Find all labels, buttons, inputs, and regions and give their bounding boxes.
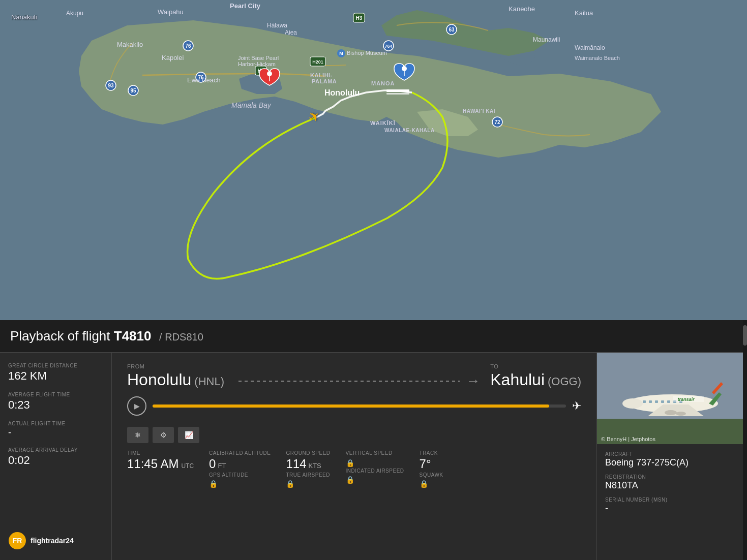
title-prefix: Playback of flight <box>10 328 114 344</box>
svg-point-71 <box>665 410 677 415</box>
track-col: TRACK 7° SQUAWK 🔒 <box>420 450 443 488</box>
track-label: TRACK <box>420 450 443 456</box>
gs-lock-icon: 🔒 <box>286 480 330 488</box>
from-info: FROM Honolulu (HNL) <box>127 363 224 389</box>
serial-number-label: SERIAL NUMBER (MSN) <box>605 497 739 503</box>
progress-bar[interactable] <box>153 405 566 408</box>
svg-rect-64 <box>655 400 658 403</box>
photo-credit: © BennyH | Jetphotos <box>601 436 655 442</box>
svg-text:Kaneohe: Kaneohe <box>509 5 535 13</box>
svg-rect-65 <box>661 400 664 403</box>
aircraft-type-field: AIRCRAFT Boeing 737-275C(A) <box>605 451 739 468</box>
play-button[interactable]: ▶ <box>127 396 146 416</box>
svg-text:Waimanalo Beach: Waimanalo Beach <box>575 55 620 61</box>
svg-point-72 <box>676 412 686 416</box>
squawk-lock-icon: 🔒 <box>420 480 443 488</box>
to-label: TO <box>490 363 581 369</box>
svg-point-49 <box>402 66 407 71</box>
svg-text:63: 63 <box>449 27 455 33</box>
svg-text:72: 72 <box>494 119 500 125</box>
gs-unit: KTS <box>309 462 321 470</box>
svg-text:HAWAIʻI KAI: HAWAIʻI KAI <box>463 108 495 114</box>
calibrated-altitude-col: CALIBRATED ALTITUDE 0 FT GPS ALTITUDE 🔒 <box>209 450 271 488</box>
svg-rect-51 <box>386 93 409 95</box>
svg-text:Harbor-Hickam: Harbor-Hickam <box>238 61 276 67</box>
logo-area[interactable]: FR flightradar24 <box>8 532 103 550</box>
settings-button[interactable]: ⚙ <box>153 427 174 443</box>
svg-text:Pearl City: Pearl City <box>230 2 261 10</box>
settings-icon: ⚙ <box>160 431 167 439</box>
actual-flight-time-label: ACTUAL FLIGHT TIME <box>8 421 103 426</box>
indicated-airspeed-label: INDICATED AIRSPEED <box>346 468 404 474</box>
svg-text:KALIHI-: KALIHI- <box>310 72 333 78</box>
left-stats-panel: GREAT CIRCLE DISTANCE 162 KM AVERAGE FLI… <box>0 353 112 560</box>
cal-alt-unit: FT <box>218 462 226 470</box>
scrollbar-thumb <box>743 325 747 346</box>
aircraft-info: AIRCRAFT Boeing 737-275C(A) REGISTRATION… <box>597 444 747 521</box>
svg-text:M: M <box>339 51 343 56</box>
svg-text:Hālawa: Hālawa <box>267 22 287 29</box>
snowflake-button[interactable]: ❄ <box>127 427 148 443</box>
registration-value: N810TA <box>605 480 638 490</box>
logo-text: flightradar24 <box>31 537 74 545</box>
svg-text:Honolulu: Honolulu <box>324 88 360 97</box>
svg-text:FR: FR <box>13 537 22 545</box>
average-arrival-delay: AVERAGE ARRIVAL DELAY 0:02 <box>8 447 103 467</box>
track-value: 7° <box>420 457 443 471</box>
snowflake-icon: ❄ <box>135 431 141 439</box>
svg-text:Aiea: Aiea <box>285 29 297 36</box>
avg-flight-time-value: 0:23 <box>8 398 30 411</box>
scrollbar[interactable] <box>743 320 747 560</box>
avg-arrival-delay-value: 0:02 <box>8 454 30 466</box>
from-code: (HNL) <box>194 375 224 388</box>
actual-flight-time: ACTUAL FLIGHT TIME - <box>8 421 103 438</box>
from-city-row: Honolulu (HNL) <box>127 370 224 389</box>
route-dotted-line <box>238 381 460 382</box>
route-row: FROM Honolulu (HNL) → TO Kahului (OGG) <box>127 363 581 389</box>
svg-text:95: 95 <box>130 88 136 94</box>
great-circle-distance: GREAT CIRCLE DISTANCE 162 KM <box>8 363 103 383</box>
svg-text:MĀNOA: MĀNOA <box>371 80 395 86</box>
bottom-panel: Playback of flight T4810 / RDS810 GREAT … <box>0 320 747 560</box>
ias-lock-icon: 🔒 <box>346 476 404 484</box>
progress-bar-fill <box>153 405 549 408</box>
flight-number: T4810 <box>114 328 152 344</box>
svg-text:Waipahu: Waipahu <box>158 8 184 16</box>
svg-text:Makakilo: Makakilo <box>117 41 143 48</box>
svg-text:PALAMA: PALAMA <box>312 78 337 84</box>
svg-text:WAIKĪKĪ: WAIKĪKĪ <box>370 120 396 126</box>
cal-alt-lock-icon: 🔒 <box>209 480 271 488</box>
avg-arrival-delay-label: AVERAGE ARRIVAL DELAY <box>8 447 103 453</box>
svg-text:Akupu: Akupu <box>66 10 83 17</box>
time-value: 11:45 AM <box>127 457 178 471</box>
ground-speed-col: GROUND SPEED 114 KTS TRUE AIRSPEED 🔒 <box>286 450 330 488</box>
registration-label: REGISTRATION <box>605 474 739 480</box>
svg-text:Bishop Museum: Bishop Museum <box>347 50 387 56</box>
route-arrow-icon: → <box>466 373 480 389</box>
svg-text:Ewa Beach: Ewa Beach <box>187 76 221 84</box>
svg-text:Kailua: Kailua <box>575 9 593 17</box>
great-circle-label: GREAT CIRCLE DISTANCE <box>8 363 103 368</box>
actual-flight-time-value: - <box>8 427 11 438</box>
aircraft-type-value: Boeing 737-275C(A) <box>605 457 689 468</box>
vs-label: VERTICAL SPEED <box>346 450 404 456</box>
map-area[interactable]: 76 76 764 93 95 H1 H201 H3 63 72 Nānākul… <box>0 0 747 320</box>
gps-alt-label: GPS ALTITUDE <box>209 472 271 478</box>
svg-text:Maunawili: Maunawili <box>533 36 560 43</box>
playback-row: ▶ ✈ <box>127 396 581 416</box>
svg-text:Kapolei: Kapolei <box>162 54 184 61</box>
center-info: FROM Honolulu (HNL) → TO Kahului (OGG) <box>112 353 597 560</box>
cal-alt-value: 0 <box>209 457 216 471</box>
rds-code: / RDS810 <box>157 331 203 343</box>
average-flight-time: AVERAGE FLIGHT TIME 0:23 <box>8 392 103 412</box>
aircraft-type-label: AIRCRAFT <box>605 451 739 457</box>
page-title: Playback of flight T4810 / RDS810 <box>10 328 203 344</box>
true-airspeed-label: TRUE AIRSPEED <box>286 472 330 478</box>
airplane-end-icon: ✈ <box>572 399 581 413</box>
svg-text:76: 76 <box>185 43 191 49</box>
chart-button[interactable]: 📈 <box>178 427 199 443</box>
to-city: Kahului <box>490 370 545 389</box>
avg-flight-time-label: AVERAGE FLIGHT TIME <box>8 392 103 397</box>
serial-number-field: SERIAL NUMBER (MSN) - <box>605 497 739 514</box>
svg-rect-63 <box>649 400 652 403</box>
